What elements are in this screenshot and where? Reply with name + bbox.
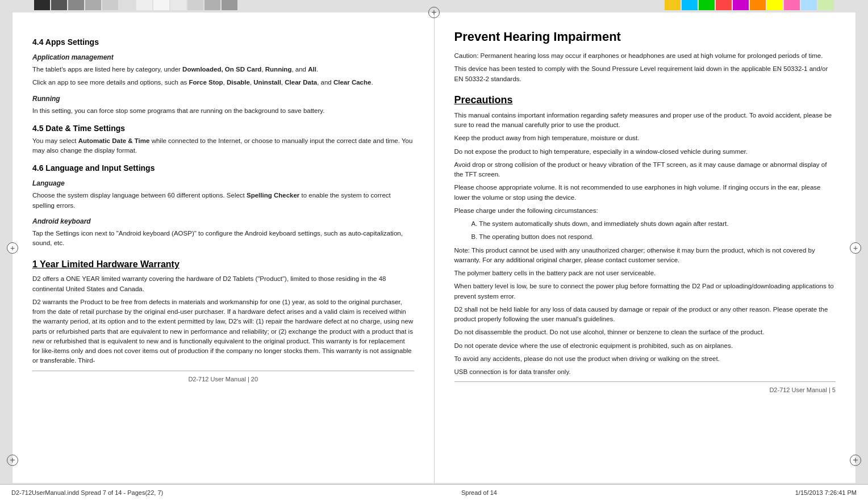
- precaution-item-1: This manual contains important informati…: [454, 111, 836, 131]
- color-block: [665, 0, 681, 10]
- color-block: [750, 0, 766, 10]
- warranty-title: 1 Year Limited Hardware Warranty: [32, 259, 414, 270]
- section-4-4-p1: The tablet's apps are listed here by cat…: [32, 65, 414, 74]
- section-4-6-title: 4.6 Language and Input Settings: [32, 163, 414, 173]
- top-color-bar-left: [34, 0, 237, 10]
- section-4-6-sub1-label: Language: [32, 178, 414, 188]
- section-4-5-title: 4.5 Date & Time Settings: [32, 124, 414, 133]
- color-block: [187, 0, 203, 10]
- registration-mark-top: [428, 7, 440, 18]
- color-block: [682, 0, 698, 10]
- section-4-4-title: 4.4 Apps Settings: [32, 37, 414, 47]
- registration-mark-left: +: [12, 242, 18, 254]
- precaution-item-11: Do not disassemble the product. Do not u…: [454, 327, 836, 337]
- color-block: [153, 0, 169, 10]
- precaution-item-4: Avoid drop or strong collision of the pr…: [454, 160, 836, 180]
- color-block: [85, 0, 101, 10]
- color-block: [34, 0, 50, 10]
- prevent-title: Prevent Hearing Impairment: [454, 30, 836, 44]
- precaution-item-13: To avoid any accidents, please do not us…: [454, 354, 836, 364]
- status-bar: D2-712UserManual.indd Spread 7 of 14 - P…: [0, 484, 868, 500]
- section-4-6-sub2-p1: Tap the Settings icon next to "Android k…: [32, 229, 414, 249]
- section-4-4-sub1-label: Application management: [32, 52, 414, 62]
- status-bar-right-text: 1/15/2013 7:26:41 PM: [795, 489, 857, 496]
- color-block: [68, 0, 84, 10]
- charge-item-b: B. The operating button does not respond…: [454, 232, 836, 242]
- warranty-p1: D2 offers a ONE YEAR limited warranty co…: [32, 274, 414, 294]
- warranty-p2: D2 warrants the Product to be free from …: [32, 297, 414, 366]
- precaution-item-9: When battery level is low, be sure to co…: [454, 281, 836, 301]
- section-4-4-sub2-p1: In this setting, you can force stop some…: [32, 106, 414, 116]
- precaution-item-2: Keep the product away from high temperat…: [454, 133, 836, 143]
- precaution-item-8: The polymer battery cells in the battery…: [454, 268, 836, 278]
- section-4-6-sub1-p1: Choose the system display language betwe…: [32, 191, 414, 211]
- color-block: [205, 0, 220, 10]
- color-block: [733, 0, 749, 10]
- left-page: + 4.4 Apps Settings Application manageme…: [12, 12, 435, 483]
- color-block: [222, 0, 237, 10]
- color-block: [119, 0, 135, 10]
- section-4-4-sub2-label: Running: [32, 94, 414, 104]
- precaution-item-10: D2 shall not be held liable for any loss…: [454, 305, 836, 325]
- color-block: [784, 0, 800, 10]
- status-bar-left-text: D2-712UserManual.indd Spread 7 of 14 - P…: [11, 489, 163, 496]
- charge-item-a: A. The system automatically shuts down, …: [454, 219, 836, 229]
- color-block: [818, 0, 834, 10]
- color-block: [136, 0, 152, 10]
- left-page-divider: [32, 371, 414, 371]
- precaution-item-14: USB connection is for data transfer only…: [454, 367, 836, 377]
- left-page-number: D2-712 User Manual | 20: [32, 375, 414, 384]
- prevent-p1: Caution: Permanent hearing loss may occu…: [454, 51, 836, 61]
- registration-mark-bottom-right: [850, 455, 861, 466]
- registration-mark-bottom-left: [7, 455, 18, 466]
- color-block: [102, 0, 118, 10]
- precautions-title: Precautions: [454, 94, 836, 106]
- precaution-item-5: Please choose appropriate volume. It is …: [454, 183, 836, 203]
- precaution-item-3: Do not expose the product to high temper…: [454, 147, 836, 157]
- color-block: [51, 0, 67, 10]
- right-page-divider: [454, 381, 836, 382]
- precaution-item-12: Do not operate device where the use of e…: [454, 341, 836, 351]
- prevent-p2: This device has been tested to comply wi…: [454, 64, 836, 84]
- color-block: [716, 0, 732, 10]
- color-block: [699, 0, 715, 10]
- top-color-bar-right: [665, 0, 834, 10]
- color-block: [767, 0, 783, 10]
- section-4-4-p2: Click an app to see more details and opt…: [32, 78, 414, 87]
- right-page: + Prevent Hearing Impairment Caution: Pe…: [435, 12, 856, 483]
- precaution-item-7: Note: This product cannot be used with a…: [454, 246, 836, 266]
- document-spread: + 4.4 Apps Settings Application manageme…: [12, 12, 856, 483]
- precaution-item-6: Please charge under the following circum…: [454, 206, 836, 216]
- registration-mark-right: +: [850, 242, 856, 254]
- section-4-5-p1: You may select Automatic Date & Time whi…: [32, 136, 414, 156]
- status-bar-spread-label: Spread of 14: [461, 489, 497, 496]
- color-block: [170, 0, 186, 10]
- section-4-6-sub2-label: Android keyboard: [32, 216, 414, 226]
- color-block: [801, 0, 817, 10]
- right-page-number: D2-712 User Manual | 5: [454, 385, 836, 395]
